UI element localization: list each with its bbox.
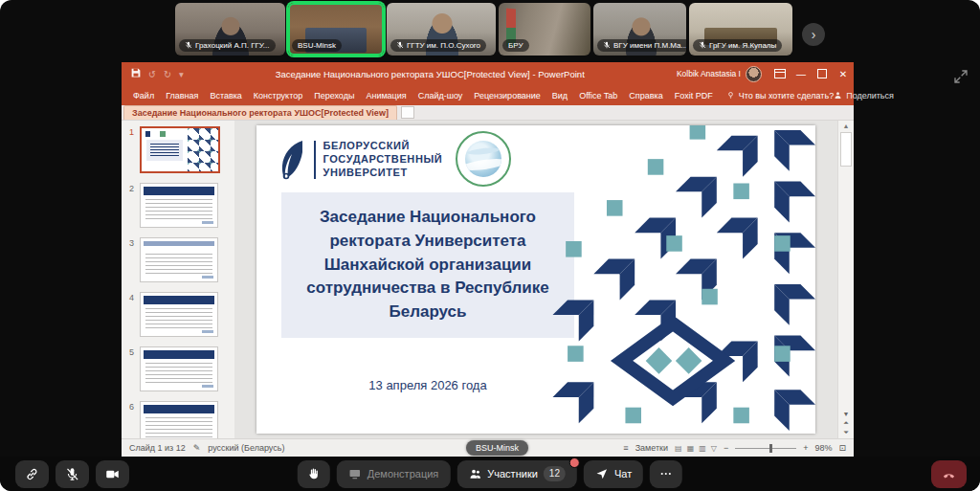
fit-slide-icon[interactable]: ⊡: [838, 443, 846, 453]
qat-dropdown-icon[interactable]: ▾: [179, 69, 184, 79]
new-tab-button[interactable]: [401, 106, 414, 119]
reading-view-icon[interactable]: ▥: [699, 444, 706, 453]
next-slide-icon[interactable]: ⏷: [843, 429, 849, 436]
slide-title[interactable]: Заседание Национального ректората Универ…: [281, 192, 574, 338]
ribbon-tabs: ФайлГлавнаяВставкаКонструкторПереходыАни…: [127, 91, 719, 100]
scrollbar-thumb[interactable]: [840, 132, 852, 167]
participant-name-pill: Грахоцкий А.П. ГГУ...: [179, 39, 276, 52]
notes-icon: ≡: [623, 443, 628, 453]
vertical-scrollbar[interactable]: ▲ ▼ ⏶ ⏷: [837, 121, 854, 438]
link-icon: [25, 467, 39, 481]
ribbon-tab-слайд-шоу[interactable]: Слайд-шоу: [412, 91, 469, 100]
account-name[interactable]: Kolbik Anastasia I: [677, 69, 741, 78]
video-button[interactable]: [96, 460, 129, 488]
ppt-workspace: 1234567 БЕЛОРУССКИЙ ГОСУДАРСТВЕННЫЙ УНИВ…: [122, 121, 854, 438]
document-tab-bar: Заседание Национального ректората УШОС[P…: [122, 105, 854, 121]
participant-tile[interactable]: ГГТУ им. П.О.Сухого: [387, 3, 496, 56]
ribbon-tab-файл[interactable]: Файл: [127, 91, 160, 100]
slideshow-icon[interactable]: ▽: [711, 444, 717, 453]
ribbon-tab-office-tab[interactable]: Office Tab: [573, 91, 623, 100]
slide-thumbnail[interactable]: [140, 292, 218, 337]
slide-date[interactable]: 13 апреля 2026 года: [281, 378, 574, 392]
mic-off-icon: [185, 41, 192, 49]
undo-icon[interactable]: ↺: [148, 69, 156, 79]
participant-tile[interactable]: БРУ: [499, 3, 590, 56]
restore-button[interactable]: [812, 62, 833, 85]
ribbon-tab-рецензирование[interactable]: Рецензирование: [468, 91, 546, 100]
participants-button[interactable]: Участники 12: [457, 460, 577, 488]
sco-emblem: [456, 131, 511, 187]
chat-button[interactable]: Чат: [584, 460, 643, 488]
invite-link-button[interactable]: [15, 460, 49, 488]
participant-tile[interactable]: BSU-Minsk: [288, 3, 384, 56]
document-tab[interactable]: Заседание Национального ректората УШОС[P…: [123, 105, 397, 120]
powerpoint-window: ↺ ↻ ▾ Заседание Национального ректората …: [122, 62, 854, 457]
ribbon-tab-конструктор[interactable]: Конструктор: [248, 91, 308, 100]
slide-counter: Слайд 1 из 12: [129, 443, 186, 453]
expand-fullscreen-icon[interactable]: [953, 69, 969, 84]
video-strip: Грахоцкий А.П. ГГУ...BSU-MinskГГТУ им. П…: [175, 0, 792, 57]
ribbon-tab-справка[interactable]: Справка: [623, 91, 668, 100]
ribbon-tab-анимация[interactable]: Анимация: [360, 91, 412, 100]
participant-name-pill: BSU-Minsk: [292, 39, 342, 52]
participant-tile[interactable]: Грахоцкий А.П. ГГУ...: [175, 3, 285, 56]
account-avatar[interactable]: [746, 66, 762, 82]
chat-send-icon: [595, 467, 609, 480]
slide-thumbnail[interactable]: [140, 237, 218, 282]
tellme-box[interactable]: Что вы хотите сделать?: [726, 91, 835, 100]
quick-access-toolbar: ↺ ↻ ▾: [131, 68, 184, 79]
share-screen-button[interactable]: Демонстрация: [337, 460, 451, 488]
strip-next-button[interactable]: ›: [802, 23, 825, 46]
slide-sorter-icon[interactable]: ▦: [687, 444, 695, 453]
mic-off-icon: [603, 41, 611, 49]
language-indicator[interactable]: русский (Беларусь): [208, 443, 284, 453]
slide-thumbnail[interactable]: [140, 183, 218, 228]
slide-thumbnail-panel: 1234567: [122, 121, 234, 438]
end-call-button[interactable]: [931, 460, 967, 488]
meeting-toolbar: Демонстрация Участники 12 Чат: [0, 457, 980, 491]
scroll-up-icon[interactable]: ▲: [843, 123, 850, 129]
spellcheck-icon[interactable]: ✎: [193, 443, 201, 453]
view-switcher: ▤ ▦ ▥ ▽: [675, 444, 717, 453]
ribbon-tab-foxit-pdf[interactable]: Foxit PDF: [669, 91, 719, 100]
zoom-out-icon[interactable]: −: [724, 443, 728, 453]
close-button[interactable]: ✕: [833, 62, 854, 85]
minimize-button[interactable]: —: [791, 62, 812, 85]
slide-thumbnail[interactable]: [140, 346, 218, 391]
more-dots-icon: [659, 467, 673, 480]
participant-tile[interactable]: ВГУ имени П.М.Ма...: [593, 3, 686, 56]
ribbon-tab-переходы[interactable]: Переходы: [308, 91, 360, 100]
previous-slide-icon[interactable]: ⏶: [843, 419, 849, 427]
ribbon-tab-вид[interactable]: Вид: [546, 91, 573, 100]
notification-dot: [569, 458, 580, 468]
participant-tile[interactable]: ГрГУ им. Я.Купалы: [689, 3, 792, 56]
slide-number: 6: [123, 401, 140, 438]
ribbon-tab-вставка[interactable]: Вставка: [204, 91, 247, 100]
notes-toggle[interactable]: Заметки: [635, 443, 668, 453]
meeting-app-window: Грахоцкий А.П. ГГУ...BSU-MinskГГТУ им. П…: [0, 0, 980, 491]
more-options-button[interactable]: [650, 460, 682, 488]
raise-hand-button[interactable]: [298, 460, 330, 488]
redo-icon[interactable]: ↻: [164, 69, 171, 79]
zoom-in-icon[interactable]: +: [803, 443, 808, 453]
zoom-level[interactable]: 98%: [814, 443, 832, 453]
zoom-slider[interactable]: [735, 448, 796, 449]
slide-thumbnail-row: 3: [123, 237, 231, 282]
ribbon-tab-главная[interactable]: Главная: [160, 91, 204, 100]
bsu-logo-text: БЕЛОРУССКИЙ ГОСУДАРСТВЕННЫЙ УНИВЕРСИТЕТ: [323, 140, 443, 179]
bsu-quill-icon: [278, 139, 306, 181]
mic-off-icon: [65, 467, 79, 481]
end-call-icon: [941, 466, 957, 482]
save-icon[interactable]: [131, 68, 141, 79]
participants-count-badge: 12: [544, 466, 566, 481]
mic-muted-button[interactable]: [56, 460, 89, 488]
scroll-down-icon[interactable]: ▼: [843, 411, 850, 417]
share-button[interactable]: Поделиться: [834, 91, 894, 100]
normal-view-icon[interactable]: ▤: [675, 444, 682, 453]
participant-name-pill: БРУ: [502, 39, 529, 52]
participant-name-pill: ГГТУ им. П.О.Сухого: [390, 39, 486, 52]
ribbon-display-options-icon[interactable]: [769, 62, 791, 85]
slide-thumbnail[interactable]: [140, 126, 220, 173]
slide-canvas[interactable]: БЕЛОРУССКИЙ ГОСУДАРСТВЕННЫЙ УНИВЕРСИТЕТ …: [256, 125, 815, 434]
slide-thumbnail[interactable]: [140, 401, 218, 438]
